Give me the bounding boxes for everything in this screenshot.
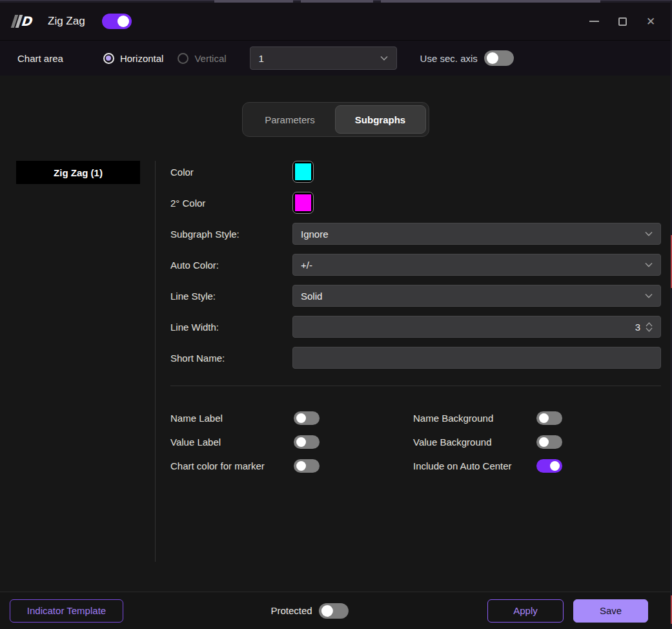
toggle-knob: [296, 461, 306, 471]
value-background-row: Value Background: [413, 435, 661, 449]
toggle-knob: [539, 413, 549, 423]
radio-horizontal[interactable]: Horizontal: [103, 53, 164, 64]
window-title: Zig Zag: [48, 15, 85, 28]
apply-button[interactable]: Apply: [487, 599, 564, 623]
include-auto-center-text: Include on Auto Center: [413, 460, 536, 471]
indicator-template-label: Indicator Template: [27, 605, 106, 616]
minimize-icon: [589, 21, 599, 22]
toggle-grid: Name Label Name Background Value Label V…: [170, 411, 661, 473]
toggle-knob: [539, 437, 549, 447]
tab-parameters[interactable]: Parameters: [245, 105, 335, 134]
toggle-knob: [296, 437, 306, 447]
color-swatch-button[interactable]: [292, 161, 314, 183]
toggle-knob: [550, 461, 560, 471]
name-background-toggle[interactable]: [536, 411, 562, 425]
color-row: Color: [170, 161, 661, 183]
line-style-value: Solid: [301, 291, 322, 302]
auto-color-row: Auto Color: +/-: [170, 254, 661, 276]
background-window-strip: [0, 0, 672, 3]
toggle-knob: [296, 413, 306, 423]
maximize-button[interactable]: [613, 12, 632, 31]
include-auto-center-row: Include on Auto Center: [413, 459, 661, 473]
subgraphs-body: Zig Zag (1) Color 2° Color Subgraph Styl…: [0, 161, 671, 562]
app-logo-icon: D: [10, 14, 40, 29]
tab-subgraphs-label: Subgraphs: [355, 114, 405, 125]
subgraph-form: Color 2° Color Subgraph Style: Ignore: [170, 161, 661, 562]
use-sec-axis-toggle[interactable]: [484, 50, 514, 66]
chart-color-marker-row: Chart color for marker: [170, 459, 413, 473]
stepper-arrows[interactable]: [646, 322, 653, 332]
titlebar: D Zig Zag ✕: [0, 3, 671, 40]
secondary-color-swatch-button[interactable]: [292, 192, 314, 214]
color-swatch: [295, 163, 311, 180]
short-name-field-wrap: [292, 347, 661, 369]
value-label-toggle[interactable]: [294, 435, 320, 449]
apply-label: Apply: [513, 605, 538, 616]
use-sec-axis-label: Use sec. axis: [420, 53, 478, 64]
tab-subgraphs[interactable]: Subgraphs: [335, 105, 426, 134]
tab-parameters-label: Parameters: [265, 114, 315, 125]
name-background-text: Name Background: [413, 413, 536, 424]
save-label: Save: [600, 605, 622, 616]
chevron-up-icon: [646, 322, 653, 327]
auto-color-value: +/-: [301, 260, 312, 271]
line-style-select[interactable]: Solid: [292, 285, 661, 307]
line-width-row: Line Width: 3: [170, 316, 661, 338]
toggle-knob: [117, 15, 129, 27]
subgraph-list: Zig Zag (1): [16, 161, 156, 562]
value-background-toggle[interactable]: [536, 435, 562, 449]
toggle-knob: [487, 52, 498, 64]
auto-color-label: Auto Color:: [170, 260, 292, 271]
radio-vertical[interactable]: Vertical: [178, 53, 226, 64]
save-button[interactable]: Save: [573, 599, 648, 623]
protected-toggle[interactable]: [319, 603, 349, 619]
sidebar-item-zigzag-1[interactable]: Zig Zag (1): [16, 161, 140, 184]
chart-area-select-value: 1: [259, 53, 264, 64]
form-divider: [170, 386, 661, 386]
line-width-label: Line Width:: [170, 322, 292, 333]
footer-actions: Apply Save: [487, 599, 648, 623]
radio-circle-icon: [178, 53, 188, 64]
radio-horizontal-label: Horizontal: [120, 53, 164, 64]
color-label: Color: [170, 167, 292, 178]
chart-area-label: Chart area: [17, 53, 63, 64]
line-width-stepper[interactable]: 3: [292, 316, 661, 338]
toggle-knob: [321, 605, 333, 617]
secondary-color-row: 2° Color: [170, 192, 661, 214]
indicator-template-button[interactable]: Indicator Template: [10, 599, 123, 623]
protected-group: Protected: [270, 603, 348, 619]
window-controls: ✕: [584, 12, 660, 31]
line-width-value: 3: [635, 322, 640, 333]
line-style-label: Line Style:: [170, 291, 292, 302]
background-tab-segment: [381, 0, 600, 3]
radio-vertical-label: Vertical: [194, 53, 226, 64]
chart-area-select[interactable]: 1: [250, 46, 397, 70]
chart-area-bar: Chart area Horizontal Vertical 1 Use sec…: [0, 40, 671, 76]
name-background-row: Name Background: [413, 411, 661, 425]
short-name-row: Short Name:: [170, 347, 661, 369]
close-button[interactable]: ✕: [641, 12, 660, 31]
sidebar-item-label: Zig Zag (1): [54, 167, 103, 178]
chart-color-marker-toggle[interactable]: [294, 459, 320, 473]
name-label-toggle[interactable]: [294, 411, 320, 425]
name-label-row: Name Label: [170, 411, 413, 425]
value-label-row: Value Label: [170, 435, 413, 449]
background-tab-segment: [214, 0, 293, 3]
short-name-label: Short Name:: [170, 353, 292, 364]
value-background-text: Value Background: [413, 437, 536, 448]
subgraph-style-row: Subgraph Style: Ignore: [170, 223, 661, 245]
auto-color-select[interactable]: +/-: [292, 254, 661, 276]
subgraph-style-select[interactable]: Ignore: [292, 223, 661, 245]
chevron-down-icon: [646, 327, 653, 332]
minimize-button[interactable]: [584, 12, 604, 31]
chevron-down-icon: [645, 293, 653, 298]
study-enabled-toggle[interactable]: [102, 14, 132, 29]
include-auto-center-toggle[interactable]: [536, 459, 562, 473]
chevron-down-icon: [645, 262, 653, 267]
subgraph-style-label: Subgraph Style:: [170, 229, 292, 240]
secondary-color-label: 2° Color: [170, 198, 292, 209]
short-name-input[interactable]: [301, 353, 653, 364]
close-icon: ✕: [646, 16, 655, 27]
value-label-text: Value Label: [170, 437, 294, 448]
protected-label: Protected: [270, 605, 312, 616]
